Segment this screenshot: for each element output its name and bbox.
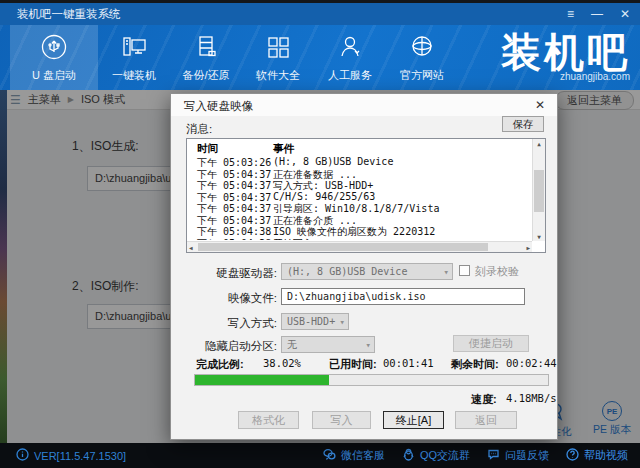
elapsed-label: 已用时间: [329,357,377,372]
elapsed-value: 00:01:41 [383,357,434,369]
scroll-up-icon[interactable]: ▲ [533,140,545,147]
nav-item-usb-boot[interactable]: U 盘启动 [10,25,98,90]
dialog-close-icon[interactable]: ✕ [535,98,545,112]
drive-label: 硬盘驱动器: [171,266,277,281]
log-header-event: 事件 [273,142,294,156]
scroll-thumb[interactable] [534,170,544,213]
nav-item-one-key-install[interactable]: 一键装机 [98,25,170,90]
footer-links: 微信客服 QQ交流群 问题反馈 帮助视频 [323,448,628,463]
progress-fill [195,375,329,385]
log-row: 下午 05:04:37写入方式: USB-HDD+ [187,179,531,191]
brand-logo: 装机吧 zhuangjiba.com [501,27,630,82]
question-circle-icon [566,448,579,463]
abort-button[interactable]: 终止[A] [383,411,444,429]
log-row: 下午 05:04:38ISO 映像文件的扇区数为 2220312 [187,225,531,237]
nav-item-label: 人工服务 [328,68,372,83]
image-file-input[interactable]: D:\zhuangjiba\udisk.iso [281,288,525,305]
nav-item-label: 一键装机 [112,68,156,83]
feedback-link[interactable]: 问题反馈 [487,448,549,463]
nav-item-official-site[interactable]: 官方网站 [386,25,458,90]
nav-item-label: 备份/还原 [182,68,229,83]
percent-label: 完成比例: [196,357,244,372]
app-window: 装机吧一键重装系统 ≡ — ✕ U 盘启动 一键装机 备份/还原 软件大全 [0,0,640,468]
title-bar: 装机吧一键重装系统 ≡ — ✕ [0,3,640,25]
write-mode-label: 写入方式: [171,316,277,331]
percent-value: 38.02% [263,357,301,369]
version-text: VER[11.5.47.1530] [34,450,126,462]
write-mode-select[interactable]: USB-HDD+▾ [281,313,349,330]
usb-icon [40,33,68,63]
main-nav: U 盘启动 一键装机 备份/还原 软件大全 人工服务 官方网站 [0,25,640,90]
hidden-partition-select[interactable]: 无▾ [281,336,375,353]
log-rows: 下午 05:03:26(H:, 8 GB)USB Device 下午 05:04… [187,156,531,240]
logo-text: 装机吧 [501,27,630,77]
nav-item-software[interactable]: 软件大全 [242,25,314,90]
chevron-down-icon: ▾ [366,338,371,353]
log-row: 下午 05:03:26(H:, 8 GB)USB Device [187,156,531,168]
chevron-down-icon: ▾ [340,315,345,330]
log-row: 下午 05:04:38开始写入 ... [187,237,531,241]
verify-checkbox[interactable] [459,265,470,276]
computer-icon [120,33,148,63]
footer-bar: VER[11.5.47.1530] 微信客服 QQ交流群 问题反馈 帮助视频 [0,443,640,468]
server-stack-icon [192,33,220,63]
close-icon[interactable]: ✕ [620,8,630,20]
quick-boot-button[interactable]: 便捷启动 [453,335,529,352]
message-label: 消息: [186,122,212,137]
horizontal-scrollbar[interactable]: ◀▶ [187,241,532,252]
remaining-label: 剩余时间: [451,357,499,372]
dialog-title: 写入硬盘映像 [184,99,253,114]
speed-label: 速度: [471,392,497,407]
scroll-thumb[interactable] [198,243,488,251]
version-info: VER[11.5.47.1530] [16,448,126,463]
person-icon [336,33,364,63]
wechat-service-link[interactable]: 微信客服 [323,448,385,463]
feedback-bubble-icon [487,448,500,463]
nav-item-label: 官方网站 [400,68,444,83]
speed-value: 4.18MB/s [506,392,557,404]
write-button[interactable]: 写入 [312,411,371,429]
minimize-icon[interactable]: — [591,8,603,20]
hidden-partition-label: 隐藏启动分区: [171,339,277,354]
qq-group-link[interactable]: QQ交流群 [402,448,470,463]
wechat-icon [323,448,336,463]
window-title: 装机吧一键重装系统 [17,7,121,22]
grid-icon [264,33,292,63]
save-button[interactable]: 保存 [502,116,544,132]
drive-select[interactable]: (H:, 8 GB)USB Device▾ [281,263,453,280]
log-row: 下午 05:04:37正在准备数据 ... [187,168,531,180]
menu-icon[interactable]: ≡ [567,8,574,20]
nav-item-label: U 盘启动 [32,68,76,83]
qq-penguin-icon [402,448,415,463]
scroll-down-icon[interactable]: ▼ [533,233,545,240]
log-header-time: 时间 [197,142,218,156]
globe-icon [408,33,436,63]
chevron-down-icon: ▾ [444,265,449,280]
scroll-right-icon[interactable]: ▶ [526,244,530,251]
nav-item-backup-restore[interactable]: 备份/还原 [170,25,242,90]
remaining-value: 00:02:44 [506,357,557,369]
info-icon [16,448,29,463]
verify-label: 刻录校验 [475,264,519,279]
write-disk-image-dialog: 写入硬盘映像 ✕ 消息: 保存 时间 事件 下午 05:03:26(H:, 8 … [170,93,558,440]
dialog-title-bar: 写入硬盘映像 ✕ [171,94,557,116]
scroll-left-icon[interactable]: ◀ [189,244,193,251]
log-row: 下午 05:04:37正在准备介质 ... [187,214,531,226]
return-button[interactable]: 返回 [455,411,517,429]
log-row: 下午 05:04:37引导扇区: Win10/8.1/8/7/Vista [187,202,531,214]
vertical-scrollbar[interactable]: ▲▼ [532,139,545,241]
progress-bar [194,374,549,386]
image-file-label: 映像文件: [171,291,277,306]
nav-item-label: 软件大全 [256,68,300,83]
event-log-list[interactable]: 时间 事件 下午 05:03:26(H:, 8 GB)USB Device 下午… [186,138,546,253]
window-controls: ≡ — ✕ [567,3,630,25]
log-row: 下午 05:04:37C/H/S: 946/255/63 [187,191,531,203]
desktop-sliver [0,90,7,443]
format-button[interactable]: 格式化 [238,411,299,429]
help-video-link[interactable]: 帮助视频 [566,448,628,463]
nav-item-human-service[interactable]: 人工服务 [314,25,386,90]
